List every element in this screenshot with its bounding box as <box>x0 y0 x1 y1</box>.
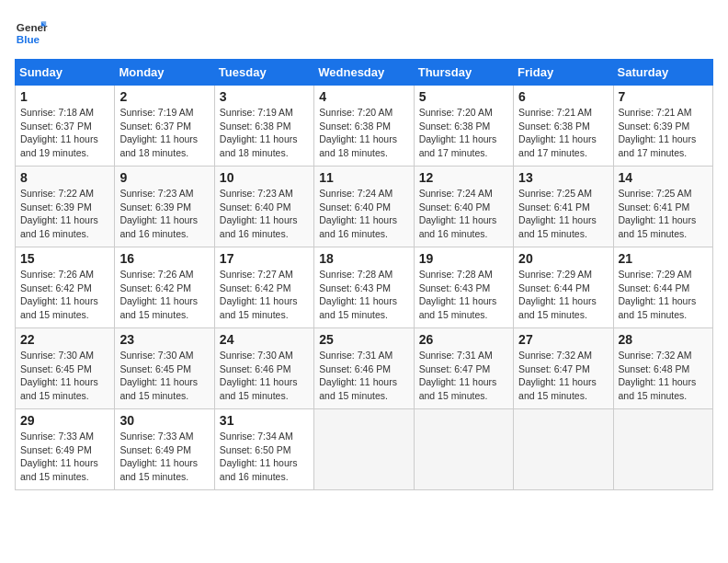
calendar-cell: 27Sunrise: 7:32 AM Sunset: 6:47 PM Dayli… <box>514 328 613 409</box>
day-info: Sunrise: 7:32 AM Sunset: 6:47 PM Dayligh… <box>518 349 608 403</box>
day-info: Sunrise: 7:20 AM Sunset: 6:38 PM Dayligh… <box>419 106 508 160</box>
day-header-thursday: Thursday <box>414 60 513 86</box>
calendar-cell: 16Sunrise: 7:26 AM Sunset: 6:42 PM Dayli… <box>115 247 214 328</box>
day-info: Sunrise: 7:23 AM Sunset: 6:40 PM Dayligh… <box>220 187 309 241</box>
day-info: Sunrise: 7:23 AM Sunset: 6:39 PM Dayligh… <box>119 187 209 241</box>
calendar-cell <box>613 409 712 490</box>
calendar-cell: 9Sunrise: 7:23 AM Sunset: 6:39 PM Daylig… <box>115 167 214 247</box>
calendar-cell <box>314 409 414 490</box>
calendar-cell: 26Sunrise: 7:31 AM Sunset: 6:47 PM Dayli… <box>414 328 513 409</box>
day-number: 21 <box>619 251 708 266</box>
day-number: 23 <box>119 332 209 347</box>
day-info: Sunrise: 7:26 AM Sunset: 6:42 PM Dayligh… <box>20 268 109 322</box>
svg-text:Blue: Blue <box>17 33 40 45</box>
calendar-cell: 2Sunrise: 7:19 AM Sunset: 6:37 PM Daylig… <box>115 86 214 167</box>
calendar-cell: 30Sunrise: 7:33 AM Sunset: 6:49 PM Dayli… <box>115 409 214 490</box>
day-number: 1 <box>20 89 109 104</box>
day-number: 27 <box>518 332 608 347</box>
day-info: Sunrise: 7:29 AM Sunset: 6:44 PM Dayligh… <box>518 268 608 322</box>
calendar-cell: 4Sunrise: 7:20 AM Sunset: 6:38 PM Daylig… <box>314 86 414 167</box>
day-number: 22 <box>20 332 109 347</box>
day-number: 8 <box>20 170 109 185</box>
calendar-cell: 17Sunrise: 7:27 AM Sunset: 6:42 PM Dayli… <box>214 247 313 328</box>
day-number: 10 <box>220 170 309 185</box>
calendar-cell: 18Sunrise: 7:28 AM Sunset: 6:43 PM Dayli… <box>314 247 414 328</box>
day-number: 18 <box>319 251 408 266</box>
page-header: General Blue <box>15 15 713 48</box>
day-info: Sunrise: 7:30 AM Sunset: 6:45 PM Dayligh… <box>119 349 209 403</box>
day-info: Sunrise: 7:34 AM Sunset: 6:50 PM Dayligh… <box>220 430 309 484</box>
day-number: 14 <box>619 170 708 185</box>
day-info: Sunrise: 7:32 AM Sunset: 6:48 PM Dayligh… <box>619 349 708 403</box>
day-header-friday: Friday <box>514 60 613 86</box>
calendar-cell: 19Sunrise: 7:28 AM Sunset: 6:43 PM Dayli… <box>414 247 513 328</box>
day-number: 30 <box>119 413 209 428</box>
day-header-monday: Monday <box>115 60 214 86</box>
day-info: Sunrise: 7:20 AM Sunset: 6:38 PM Dayligh… <box>319 106 408 160</box>
day-number: 26 <box>419 332 508 347</box>
day-info: Sunrise: 7:24 AM Sunset: 6:40 PM Dayligh… <box>419 187 508 241</box>
day-info: Sunrise: 7:33 AM Sunset: 6:49 PM Dayligh… <box>20 430 109 484</box>
day-number: 3 <box>220 89 309 104</box>
day-info: Sunrise: 7:28 AM Sunset: 6:43 PM Dayligh… <box>319 268 408 322</box>
day-info: Sunrise: 7:19 AM Sunset: 6:38 PM Dayligh… <box>220 106 309 160</box>
day-number: 9 <box>119 170 209 185</box>
day-info: Sunrise: 7:22 AM Sunset: 6:39 PM Dayligh… <box>20 187 109 241</box>
day-number: 6 <box>518 89 608 104</box>
calendar-cell: 25Sunrise: 7:31 AM Sunset: 6:46 PM Dayli… <box>314 328 414 409</box>
calendar-cell <box>514 409 613 490</box>
day-info: Sunrise: 7:27 AM Sunset: 6:42 PM Dayligh… <box>220 268 309 322</box>
day-info: Sunrise: 7:18 AM Sunset: 6:37 PM Dayligh… <box>20 106 109 160</box>
day-info: Sunrise: 7:24 AM Sunset: 6:40 PM Dayligh… <box>319 187 408 241</box>
calendar-cell: 20Sunrise: 7:29 AM Sunset: 6:44 PM Dayli… <box>514 247 613 328</box>
day-number: 11 <box>319 170 408 185</box>
logo: General Blue <box>15 15 48 48</box>
day-info: Sunrise: 7:19 AM Sunset: 6:37 PM Dayligh… <box>119 106 209 160</box>
day-number: 19 <box>419 251 508 266</box>
calendar-body: 1Sunrise: 7:18 AM Sunset: 6:37 PM Daylig… <box>16 86 713 490</box>
calendar-cell: 29Sunrise: 7:33 AM Sunset: 6:49 PM Dayli… <box>16 409 115 490</box>
calendar-cell <box>414 409 513 490</box>
day-number: 4 <box>319 89 408 104</box>
day-number: 7 <box>619 89 708 104</box>
calendar-cell: 3Sunrise: 7:19 AM Sunset: 6:38 PM Daylig… <box>214 86 313 167</box>
day-info: Sunrise: 7:30 AM Sunset: 6:45 PM Dayligh… <box>20 349 109 403</box>
calendar-cell: 8Sunrise: 7:22 AM Sunset: 6:39 PM Daylig… <box>16 167 115 247</box>
calendar-week-5: 29Sunrise: 7:33 AM Sunset: 6:49 PM Dayli… <box>16 409 713 490</box>
calendar-header-row: SundayMondayTuesdayWednesdayThursdayFrid… <box>16 60 713 86</box>
day-number: 5 <box>419 89 508 104</box>
calendar-week-2: 8Sunrise: 7:22 AM Sunset: 6:39 PM Daylig… <box>16 167 713 247</box>
calendar-cell: 11Sunrise: 7:24 AM Sunset: 6:40 PM Dayli… <box>314 167 414 247</box>
day-number: 17 <box>220 251 309 266</box>
calendar-cell: 15Sunrise: 7:26 AM Sunset: 6:42 PM Dayli… <box>16 247 115 328</box>
calendar-table: SundayMondayTuesdayWednesdayThursdayFrid… <box>15 59 713 490</box>
day-header-saturday: Saturday <box>613 60 712 86</box>
day-number: 16 <box>119 251 209 266</box>
day-number: 15 <box>20 251 109 266</box>
day-info: Sunrise: 7:29 AM Sunset: 6:44 PM Dayligh… <box>619 268 708 322</box>
calendar-week-1: 1Sunrise: 7:18 AM Sunset: 6:37 PM Daylig… <box>16 86 713 167</box>
day-number: 20 <box>518 251 608 266</box>
calendar-cell: 7Sunrise: 7:21 AM Sunset: 6:39 PM Daylig… <box>613 86 712 167</box>
calendar-week-4: 22Sunrise: 7:30 AM Sunset: 6:45 PM Dayli… <box>16 328 713 409</box>
calendar-cell: 28Sunrise: 7:32 AM Sunset: 6:48 PM Dayli… <box>613 328 712 409</box>
calendar-cell: 22Sunrise: 7:30 AM Sunset: 6:45 PM Dayli… <box>16 328 115 409</box>
calendar-cell: 21Sunrise: 7:29 AM Sunset: 6:44 PM Dayli… <box>613 247 712 328</box>
day-info: Sunrise: 7:21 AM Sunset: 6:38 PM Dayligh… <box>518 106 608 160</box>
day-header-sunday: Sunday <box>16 60 115 86</box>
day-info: Sunrise: 7:33 AM Sunset: 6:49 PM Dayligh… <box>119 430 209 484</box>
calendar-cell: 24Sunrise: 7:30 AM Sunset: 6:46 PM Dayli… <box>214 328 313 409</box>
day-info: Sunrise: 7:25 AM Sunset: 6:41 PM Dayligh… <box>619 187 708 241</box>
day-info: Sunrise: 7:28 AM Sunset: 6:43 PM Dayligh… <box>419 268 508 322</box>
calendar-cell: 6Sunrise: 7:21 AM Sunset: 6:38 PM Daylig… <box>514 86 613 167</box>
logo-icon: General Blue <box>15 15 48 48</box>
day-number: 29 <box>20 413 109 428</box>
calendar-cell: 10Sunrise: 7:23 AM Sunset: 6:40 PM Dayli… <box>214 167 313 247</box>
day-info: Sunrise: 7:31 AM Sunset: 6:46 PM Dayligh… <box>319 349 408 403</box>
day-number: 28 <box>619 332 708 347</box>
calendar-cell: 14Sunrise: 7:25 AM Sunset: 6:41 PM Dayli… <box>613 167 712 247</box>
calendar-cell: 12Sunrise: 7:24 AM Sunset: 6:40 PM Dayli… <box>414 167 513 247</box>
day-header-wednesday: Wednesday <box>314 60 414 86</box>
day-number: 24 <box>220 332 309 347</box>
day-number: 31 <box>220 413 309 428</box>
